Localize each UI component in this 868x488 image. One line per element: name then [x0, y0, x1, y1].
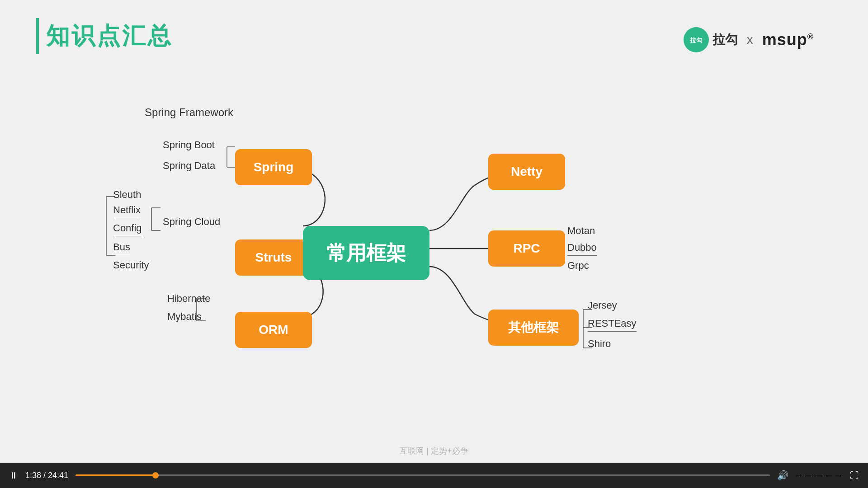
netflix-label: Netflix	[113, 204, 141, 218]
header-accent-bar	[36, 18, 39, 54]
cross-separator: x	[747, 33, 753, 47]
bus-label: Bus	[113, 241, 130, 255]
rpc-node: RPC	[488, 230, 565, 267]
msup-text: msup®	[762, 30, 814, 49]
watermark: 互联网 | 定势+必争	[400, 446, 468, 456]
volume-button[interactable]: 🔊	[777, 470, 788, 481]
page-title: 知识点汇总	[46, 20, 173, 52]
mindmap-container: Spring Framework Spring Boot Spring Data…	[36, 59, 832, 438]
lagou-logo: 拉勾 拉勾	[684, 27, 738, 52]
center-node: 常用框架	[303, 226, 429, 280]
sleuth-label: Sleuth	[113, 189, 141, 201]
jersey-label: Jersey	[588, 300, 617, 311]
header: 知识点汇总	[36, 18, 173, 54]
spring-node: Spring	[235, 149, 312, 185]
grpc-label: Grpc	[567, 260, 589, 272]
lagou-text: 拉勾	[712, 31, 738, 48]
progress-thumb	[152, 472, 159, 479]
dubbo-label: Dubbo	[567, 242, 597, 256]
orm-node: ORM	[235, 312, 312, 348]
volume-level-dots: — — — — —	[796, 472, 843, 479]
play-pause-button[interactable]: ⏸	[9, 470, 18, 481]
netty-node: Netty	[488, 154, 565, 190]
lagou-circle-icon: 拉勾	[684, 27, 709, 52]
mybatis-label: Mybatis	[167, 311, 202, 323]
config-label: Config	[113, 222, 142, 236]
spring-boot-label: Spring Boot	[163, 139, 215, 151]
shiro-label: Shiro	[588, 338, 611, 350]
progress-fill	[75, 474, 156, 476]
spring-cloud-label: Spring Cloud	[163, 216, 220, 228]
hibernate-label: Hibernate	[167, 293, 210, 305]
security-label: Security	[113, 259, 149, 271]
spring-data-label: Spring Data	[163, 160, 215, 172]
struts-node: Struts	[235, 239, 312, 276]
time-display: 1:38 / 24:41	[25, 471, 68, 480]
progress-bar[interactable]	[75, 474, 770, 476]
spring-framework-label: Spring Framework	[145, 106, 233, 119]
svg-text:拉勾: 拉勾	[689, 37, 703, 44]
fullscreen-button[interactable]: ⛶	[850, 470, 859, 481]
other-node: 其他框架	[488, 310, 579, 346]
logo-area: 拉勾 拉勾 x msup®	[684, 27, 814, 52]
motan-label: Motan	[567, 225, 595, 237]
resteasy-label: RESTEasy	[588, 318, 637, 332]
video-controls: ⏸ 1:38 / 24:41 🔊 — — — — — ⛶	[0, 463, 868, 488]
